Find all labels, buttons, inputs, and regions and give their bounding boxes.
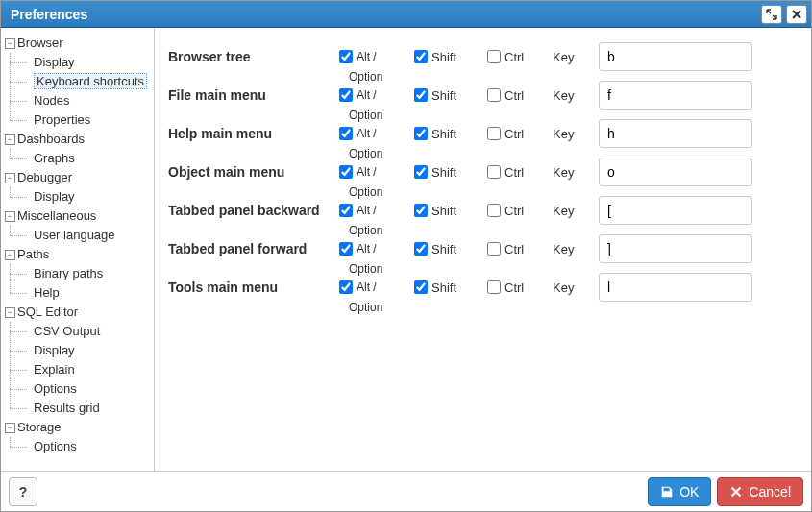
shift-checkbox[interactable] (414, 204, 428, 217)
ctrl-modifier: Ctrl (487, 242, 545, 256)
tree-item[interactable]: Display (20, 53, 150, 72)
alt-checkbox[interactable] (339, 165, 353, 179)
tree-group[interactable]: −Paths (5, 245, 150, 264)
tree-group[interactable]: −Debugger (5, 168, 150, 187)
collapse-icon[interactable]: − (5, 38, 15, 49)
key-input[interactable] (599, 196, 752, 225)
tree-item[interactable]: Graphs (20, 149, 150, 168)
key-input[interactable] (599, 158, 752, 186)
option-caption: Option (349, 301, 382, 314)
shortcuts-panel: Browser treeAlt /ShiftCtrlKeyOptionFile … (155, 28, 811, 471)
tree-group[interactable]: −SQL Editor (5, 303, 150, 322)
alt-checkbox[interactable] (339, 204, 353, 217)
key-input[interactable] (599, 42, 752, 71)
alt-modifier: Alt / (339, 165, 406, 179)
collapse-icon[interactable]: − (5, 134, 15, 145)
key-label: Key (553, 242, 591, 256)
key-input[interactable] (599, 119, 752, 148)
tree-item[interactable]: Display (20, 187, 150, 207)
shift-modifier: Shift (414, 88, 480, 103)
ctrl-modifier: Ctrl (487, 204, 545, 218)
tree-item[interactable]: Nodes (20, 91, 150, 110)
ctrl-checkbox[interactable] (487, 280, 501, 294)
shift-checkbox[interactable] (414, 50, 428, 63)
tree-item[interactable]: Explain (20, 360, 150, 379)
key-label: Key (553, 88, 591, 103)
close-button[interactable] (786, 5, 807, 24)
key-label: Key (553, 127, 591, 141)
tree-item[interactable]: Display (20, 341, 150, 360)
ctrl-checkbox[interactable] (487, 50, 501, 63)
maximize-button[interactable] (761, 5, 782, 24)
ctrl-checkbox[interactable] (487, 127, 501, 140)
alt-modifier: Alt / (339, 88, 406, 102)
key-input[interactable] (599, 234, 752, 263)
shortcut-label: Tools main menu (168, 280, 332, 295)
ctrl-checkbox[interactable] (487, 88, 501, 102)
collapse-icon[interactable]: − (5, 173, 15, 183)
maximize-icon (766, 9, 777, 20)
shift-checkbox[interactable] (414, 280, 428, 294)
tree-item-label: Explain (34, 362, 75, 377)
ctrl-modifier: Ctrl (487, 127, 545, 141)
shift-checkbox[interactable] (414, 242, 428, 256)
key-label: Key (553, 204, 591, 218)
shortcut-label: File main menu (168, 87, 332, 103)
tree-group[interactable]: −Storage (5, 418, 150, 437)
alt-checkbox[interactable] (339, 127, 353, 140)
tree-group[interactable]: −Dashboards (5, 130, 150, 149)
shortcut-label: Help main menu (168, 126, 332, 141)
sidebar: −BrowserDisplayKeyboard shortcutsNodesPr… (1, 28, 155, 471)
tree-item[interactable]: Options (20, 437, 150, 456)
collapse-icon[interactable]: − (5, 423, 15, 433)
shift-checkbox[interactable] (414, 165, 428, 179)
footer: ? OK Cancel (1, 471, 811, 511)
tree-item-label: Binary paths (34, 266, 103, 280)
collapse-icon[interactable]: − (5, 250, 15, 260)
cancel-icon (729, 485, 743, 499)
tree-item-label: Display (34, 343, 75, 357)
shift-modifier: Shift (414, 280, 480, 295)
alt-checkbox[interactable] (339, 242, 353, 256)
shift-modifier: Shift (414, 165, 480, 180)
tree-item-label: Properties (34, 112, 90, 127)
help-button[interactable]: ? (9, 477, 37, 506)
ctrl-checkbox[interactable] (487, 165, 501, 179)
cancel-button[interactable]: Cancel (717, 477, 803, 506)
alt-modifier: Alt / (339, 204, 406, 217)
tree-group-label: Debugger (17, 168, 72, 187)
shift-checkbox[interactable] (414, 127, 428, 140)
tree-item[interactable]: Keyboard shortcuts (20, 72, 150, 91)
window-title: Preferences (11, 7, 757, 22)
tree-item[interactable]: Binary paths (20, 264, 150, 283)
tree-item[interactable]: Properties (20, 110, 150, 130)
tree-group-label: Browser (17, 34, 63, 53)
shortcut-row: Object main menuAlt /ShiftCtrlKey (168, 153, 798, 191)
key-input[interactable] (599, 81, 752, 110)
alt-checkbox[interactable] (339, 88, 353, 102)
tree-item-label: Help (34, 285, 60, 300)
ctrl-modifier: Ctrl (487, 50, 545, 64)
shortcut-row: Browser treeAlt /ShiftCtrlKey (168, 37, 798, 76)
alt-checkbox[interactable] (339, 280, 353, 294)
alt-checkbox[interactable] (339, 50, 353, 63)
key-label: Key (553, 280, 591, 295)
collapse-icon[interactable]: − (5, 307, 15, 318)
tree-group[interactable]: −Miscellaneous (5, 207, 150, 226)
tree-item[interactable]: Options (20, 379, 150, 399)
ok-button[interactable]: OK (648, 477, 711, 506)
shift-checkbox[interactable] (414, 88, 428, 102)
tree-item[interactable]: CSV Output (20, 322, 150, 341)
key-input[interactable] (599, 273, 752, 302)
ctrl-checkbox[interactable] (487, 242, 501, 256)
tree-item[interactable]: Results grid (20, 399, 150, 418)
tree-group-label: SQL Editor (17, 303, 78, 322)
tree-item[interactable]: Help (20, 283, 150, 303)
tree-group[interactable]: −Browser (5, 34, 150, 53)
ctrl-checkbox[interactable] (487, 204, 501, 217)
save-icon (660, 485, 674, 499)
ctrl-modifier: Ctrl (487, 280, 545, 295)
tree-item[interactable]: User language (20, 226, 150, 245)
shift-modifier: Shift (414, 50, 480, 64)
collapse-icon[interactable]: − (5, 211, 15, 222)
